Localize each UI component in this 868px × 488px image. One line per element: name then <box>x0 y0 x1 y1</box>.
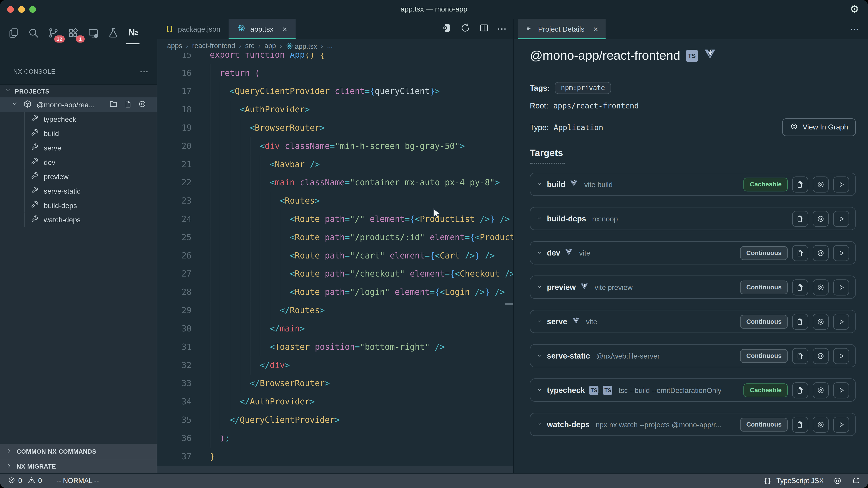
tab-package-json[interactable]: {} package.json <box>157 19 229 39</box>
code-line: 31<Toaster position="bottom-right" /> <box>157 338 514 356</box>
target-card-serve[interactable]: serveviteContinuous <box>530 310 856 333</box>
breadcrumb-item[interactable]: src <box>245 42 254 50</box>
tree-item-build[interactable]: build <box>0 126 157 140</box>
language-mode[interactable]: TypeScript JSX <box>776 477 824 485</box>
tab-project-details[interactable]: Project Details × <box>518 19 605 39</box>
run-button[interactable] <box>833 416 849 432</box>
copy-button[interactable] <box>792 176 808 192</box>
tree-item-dev[interactable]: dev <box>0 155 157 169</box>
target-name: typecheck <box>547 386 585 394</box>
maximize-window-button[interactable] <box>29 6 36 13</box>
tree-item-serve-static[interactable]: serve-static <box>0 184 157 198</box>
chevron-down-icon[interactable] <box>536 419 542 429</box>
copilot-icon[interactable] <box>833 477 842 485</box>
minimize-window-button[interactable] <box>18 6 25 13</box>
breadcrumb-item[interactable]: app.tsx <box>286 42 317 50</box>
view-button[interactable] <box>813 176 829 192</box>
close-tab-icon[interactable]: × <box>593 25 598 33</box>
activity-testing-icon[interactable] <box>105 23 121 42</box>
target-command: nx:noop <box>592 215 618 223</box>
code-line: 27<Route path="/checkout" element={<Chec… <box>157 265 514 283</box>
chevron-down-icon[interactable] <box>536 282 542 292</box>
target-card-watch-deps[interactable]: watch-depsnpx nx watch --projects @mono-… <box>530 413 856 436</box>
run-button[interactable] <box>833 245 849 261</box>
close-tab-icon[interactable]: × <box>282 25 287 33</box>
tree-item-watch-deps[interactable]: watch-deps <box>0 213 157 227</box>
tree-item-typecheck[interactable]: typecheck <box>0 112 157 126</box>
settings-gear-icon[interactable]: ⚙ <box>850 3 859 16</box>
copy-button[interactable] <box>792 279 808 295</box>
code-editor[interactable]: 15export function App() {16return (17<Qu… <box>157 53 514 474</box>
breadcrumb-item[interactable]: apps <box>167 42 182 50</box>
copy-button[interactable] <box>792 382 808 398</box>
copy-button[interactable] <box>792 210 808 227</box>
view-button[interactable] <box>813 416 829 432</box>
tree-section-projects[interactable]: PROJECTS <box>0 85 157 97</box>
target-card-serve-static[interactable]: serve-static@nx/web:file-serverContinuou… <box>530 344 856 367</box>
view-in-graph-button[interactable]: View In Graph <box>782 118 856 136</box>
target-icon[interactable] <box>138 99 147 110</box>
run-button[interactable] <box>833 313 849 329</box>
open-settings-editor-icon[interactable] <box>441 22 452 35</box>
section-common-nx-commands[interactable]: COMMON NX COMMANDS <box>0 444 157 459</box>
tree-item-build-deps[interactable]: build-deps <box>0 198 157 213</box>
activity-extensions-icon[interactable]: 1 <box>65 23 81 42</box>
tab-app-tsx[interactable]: app.tsx × <box>229 19 296 39</box>
package-cube-icon <box>18 99 32 110</box>
breadcrumb-item[interactable]: app <box>265 42 276 50</box>
run-button[interactable] <box>833 176 849 192</box>
target-card-preview[interactable]: previewvite previewContinuous <box>530 275 856 299</box>
breadcrumb-item[interactable]: react-frontend <box>192 42 235 50</box>
activity-search-icon[interactable] <box>26 23 41 42</box>
chevron-down-icon[interactable] <box>536 179 542 189</box>
view-button[interactable] <box>813 382 829 398</box>
activity-source-control-icon[interactable]: 32 <box>45 23 61 42</box>
more-actions-icon[interactable]: ··· <box>498 24 507 33</box>
more-actions-icon[interactable]: ··· <box>140 67 149 76</box>
chevron-down-icon[interactable] <box>536 385 542 395</box>
section-nx-migrate[interactable]: NX MIGRATE <box>0 459 157 474</box>
chevron-down-icon[interactable] <box>536 317 542 326</box>
file-icon[interactable] <box>123 99 132 110</box>
target-card-build-deps[interactable]: build-depsnx:noop <box>530 207 856 230</box>
problems-indicator[interactable]: 0 0 <box>8 476 42 486</box>
view-button[interactable] <box>813 279 829 295</box>
copy-button[interactable] <box>792 313 808 329</box>
run-button[interactable] <box>833 210 849 227</box>
notifications-bell-icon[interactable] <box>851 477 860 485</box>
target-card-typecheck[interactable]: typecheckTSTStsc --build --emitDeclarati… <box>530 379 856 402</box>
vim-mode-indicator: -- NORMAL -- <box>57 477 99 485</box>
target-card-build[interactable]: buildvite buildCacheable <box>530 173 856 196</box>
split-editor-icon[interactable] <box>479 22 489 35</box>
copy-button[interactable] <box>792 416 808 432</box>
view-button[interactable] <box>813 348 829 364</box>
tree-item-serve[interactable]: serve <box>0 140 157 155</box>
folder-icon[interactable] <box>109 99 118 110</box>
breadcrumb-item[interactable]: ... <box>327 42 333 50</box>
view-button[interactable] <box>813 210 829 227</box>
line-number: 37 <box>157 448 192 466</box>
run-button[interactable] <box>833 382 849 398</box>
run-button[interactable] <box>833 348 849 364</box>
tree-item-preview[interactable]: preview <box>0 169 157 184</box>
view-button[interactable] <box>813 313 829 329</box>
run-button[interactable] <box>833 279 849 295</box>
view-button[interactable] <box>813 245 829 261</box>
sidebar-panel-header: NX CONSOLE ··· <box>13 66 149 76</box>
line-number: 23 <box>157 192 192 210</box>
code-line: 17<QueryClientProvider client={queryClie… <box>157 83 514 101</box>
close-window-button[interactable] <box>7 6 14 13</box>
chevron-down-icon[interactable] <box>536 248 542 258</box>
activity-nx-console-icon[interactable]: N≥ <box>125 23 141 42</box>
chevron-down-icon[interactable] <box>536 351 542 361</box>
activity-explorer-icon[interactable] <box>5 23 21 42</box>
target-card-dev[interactable]: devviteContinuous <box>530 241 856 265</box>
refresh-icon[interactable] <box>460 22 471 35</box>
copy-button[interactable] <box>792 348 808 364</box>
tree-item-project[interactable]: @mono-app/rea... <box>0 97 157 112</box>
badge-continuous: Continuous <box>740 418 788 431</box>
more-actions-icon[interactable]: ··· <box>850 25 859 33</box>
copy-button[interactable] <box>792 245 808 261</box>
chevron-down-icon[interactable] <box>536 214 542 223</box>
activity-remote-explorer-icon[interactable] <box>85 23 101 42</box>
